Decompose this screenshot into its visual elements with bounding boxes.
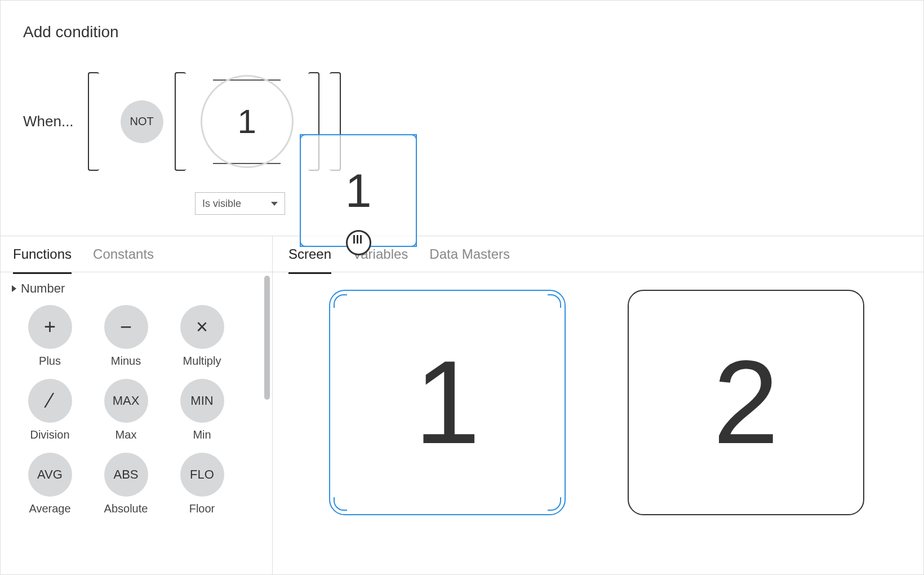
fn-floor[interactable]: FLO Floor [164, 453, 240, 515]
expression-row: When... NOT 1 [23, 72, 901, 171]
screen-item-value: 2 [713, 334, 779, 471]
fn-label: Floor [189, 502, 215, 515]
screen-panel: Screen Variables Data Masters 1 2 [273, 236, 923, 575]
flo-icon: FLO [180, 453, 224, 497]
fn-label: Absolute [104, 502, 148, 515]
chevron-right-icon [12, 285, 16, 292]
slot-ring [201, 75, 294, 168]
grab-cursor-icon [346, 230, 371, 255]
tab-constants[interactable]: Constants [93, 246, 154, 272]
fn-absolute[interactable]: ABS Absolute [88, 453, 164, 515]
fn-max[interactable]: MAX Max [88, 379, 164, 441]
tab-screen[interactable]: Screen [288, 246, 331, 274]
screen-items: 1 2 [329, 290, 924, 515]
fn-label: Division [30, 428, 69, 441]
screen-item-2[interactable]: 2 [628, 290, 864, 515]
expression-slot[interactable]: 1 [201, 75, 294, 168]
fn-minus[interactable]: − Minus [88, 305, 164, 368]
avg-icon: AVG [28, 453, 72, 497]
screen-item-1[interactable]: 1 [329, 290, 566, 515]
fn-min[interactable]: MIN Min [164, 379, 240, 441]
section-number-header[interactable]: Number [1, 272, 272, 305]
functions-scrollbar[interactable] [264, 276, 270, 400]
drag-ghost-value: 1 [345, 163, 372, 218]
abs-icon: ABS [104, 453, 148, 497]
fn-label: Average [29, 502, 70, 515]
visibility-select[interactable]: Is visible [195, 192, 285, 215]
condition-builder-top: Add condition When... NOT 1 Is visible 1 [1, 1, 923, 236]
tab-functions[interactable]: Functions [13, 246, 72, 274]
minus-icon: − [104, 305, 148, 349]
multiply-icon: × [180, 305, 224, 349]
bracket-outer-left [88, 72, 99, 171]
left-tabs: Functions Constants [1, 236, 272, 272]
fn-label: Max [115, 428, 137, 441]
max-icon: MAX [104, 379, 148, 423]
functions-grid: + Plus − Minus × Multiply ∕ Division MAX [1, 305, 272, 515]
plus-icon: + [28, 305, 72, 349]
when-label: When... [23, 113, 74, 130]
functions-panel: Functions Constants Number + Plus − Minu… [1, 236, 273, 575]
bracket-inner-left [175, 72, 186, 171]
visibility-select-value: Is visible [202, 198, 241, 210]
min-icon: MIN [180, 379, 224, 423]
fn-label: Multiply [183, 355, 221, 368]
fn-multiply[interactable]: × Multiply [164, 305, 240, 368]
fn-label: Minus [111, 355, 141, 368]
fn-division[interactable]: ∕ Division [12, 379, 88, 441]
division-icon: ∕ [28, 379, 72, 423]
dialog-title: Add condition [23, 23, 901, 41]
not-operator[interactable]: NOT [121, 100, 163, 143]
fn-label: Min [193, 428, 211, 441]
fn-plus[interactable]: + Plus [12, 305, 88, 368]
tab-data-masters[interactable]: Data Masters [429, 246, 510, 272]
section-number-label: Number [21, 281, 65, 296]
fn-average[interactable]: AVG Average [12, 453, 88, 515]
chevron-down-icon [271, 202, 278, 206]
fn-label: Plus [39, 355, 61, 368]
screen-item-value: 1 [415, 334, 481, 471]
